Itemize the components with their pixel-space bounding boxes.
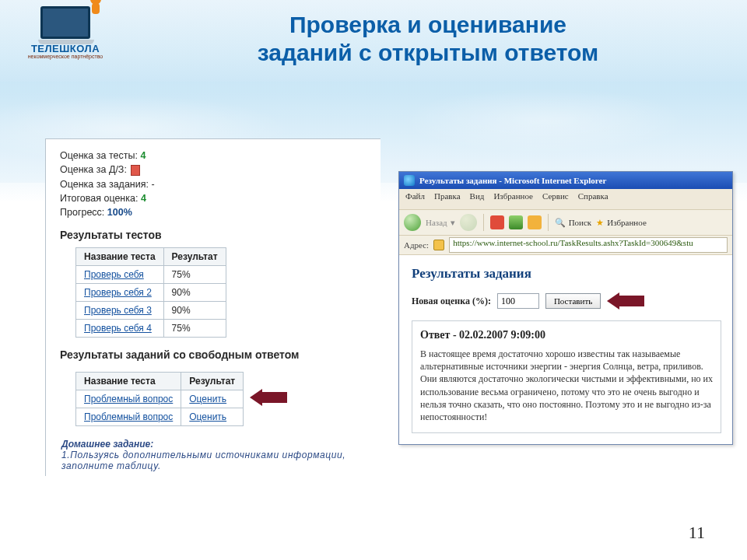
search-button[interactable]: 🔍Поиск bbox=[555, 218, 592, 228]
free-answer-table: Название теста Результат Проблемный вопр… bbox=[75, 372, 244, 426]
tasks-grade-value: - bbox=[151, 179, 154, 190]
pointer-arrow-icon bbox=[250, 389, 287, 406]
page-heading: Результаты задания bbox=[412, 266, 721, 282]
address-bar: Адрес: https://www.internet-school.ru/Ta… bbox=[399, 236, 732, 255]
test-link[interactable]: Проверь себя 2 bbox=[84, 287, 152, 298]
free-section-heading: Результаты заданий со свободным ответом bbox=[60, 348, 370, 361]
url-field[interactable]: https://www.internet-school.ru/TaskResul… bbox=[449, 237, 728, 253]
hw-grade: Оценка за Д/З: bbox=[60, 164, 370, 176]
home-icon[interactable] bbox=[528, 215, 542, 229]
window-title: Результаты задания - Microsoft Internet … bbox=[419, 176, 606, 185]
table-row: Проверь себя 475% bbox=[76, 319, 226, 337]
score-row: Новая оценка (%): Поставить bbox=[412, 292, 721, 310]
homework-text: 1.Пользуясь дополнительными источниками … bbox=[61, 450, 370, 471]
menu-view[interactable]: Вид bbox=[470, 191, 485, 207]
tool-bar: Назад ▾ 🔍Поиск ★Избранное bbox=[399, 210, 732, 236]
grade-link[interactable]: Оценить bbox=[189, 411, 226, 422]
separator bbox=[548, 214, 549, 231]
answer-heading: Ответ - 02.02.2007 9:09:00 bbox=[420, 329, 713, 341]
pointer-arrow-icon bbox=[607, 292, 644, 310]
title-line-1: Проверка и оценивание bbox=[289, 12, 566, 37]
homework-block: Домашнее задание: 1.Пользуясь дополнител… bbox=[61, 439, 370, 471]
grade-link[interactable]: Оценить bbox=[189, 394, 226, 404]
score-input[interactable] bbox=[497, 293, 539, 309]
search-label: Поиск bbox=[569, 218, 592, 227]
homework-label: Домашнее задание: bbox=[61, 439, 370, 450]
address-label: Адрес: bbox=[404, 240, 429, 250]
score-label: Новая оценка (%): bbox=[412, 296, 491, 307]
test-link[interactable]: Проверь себя 3 bbox=[84, 305, 152, 316]
lock-icon bbox=[433, 240, 444, 250]
result-cell: 75% bbox=[163, 265, 226, 283]
brand-subtitle: некоммерческое партнёрство bbox=[23, 54, 107, 59]
flag-icon bbox=[131, 165, 140, 176]
result-cell: 75% bbox=[163, 319, 226, 337]
chevron-down-icon: ▾ bbox=[451, 218, 455, 228]
grades-panel: Оценка за тесты: 4 Оценка за Д/З: Оценка… bbox=[45, 138, 381, 476]
laptop-icon bbox=[38, 6, 93, 42]
table-row: Проверь себя 390% bbox=[76, 301, 226, 319]
menu-service[interactable]: Сервис bbox=[542, 191, 569, 207]
forward-icon[interactable] bbox=[460, 214, 477, 231]
test-link[interactable]: Проверь себя 4 bbox=[84, 323, 152, 334]
tests-grade: Оценка за тесты: 4 bbox=[60, 150, 370, 161]
tests-grade-label: Оценка за тесты: bbox=[60, 150, 138, 161]
result-cell: 90% bbox=[163, 283, 226, 301]
back-button[interactable]: Назад ▾ bbox=[426, 218, 455, 228]
progress-value: 100% bbox=[107, 207, 132, 218]
brand-logo: ТЕЛЕШКОЛА некоммерческое партнёрство bbox=[23, 6, 107, 59]
tasks-grade: Оценка за задания: - bbox=[60, 179, 370, 190]
final-grade-value: 4 bbox=[141, 193, 146, 204]
task-link[interactable]: Проблемный вопрос bbox=[84, 394, 173, 404]
menu-help[interactable]: Справка bbox=[578, 191, 608, 207]
ie-window: Результаты задания - Microsoft Internet … bbox=[398, 171, 733, 445]
slide-title: Проверка и оценивание заданий с открытым… bbox=[156, 11, 700, 67]
col-test-name: Название теста bbox=[76, 372, 181, 390]
hw-grade-label: Оценка за Д/З: bbox=[60, 164, 127, 175]
table-row: Проверь себя 290% bbox=[76, 283, 226, 301]
table-row: Проверь себя75% bbox=[76, 265, 226, 283]
col-result: Результат bbox=[163, 247, 226, 265]
test-link[interactable]: Проверь себя bbox=[84, 269, 144, 280]
answer-text: В настоящее время достаточно хорошо изве… bbox=[420, 348, 713, 423]
refresh-icon[interactable] bbox=[509, 215, 523, 229]
menu-favorites[interactable]: Избранное bbox=[493, 191, 533, 207]
brand-name: ТЕЛЕШКОЛА bbox=[23, 44, 107, 54]
table-row: Проблемный вопрос Оценить bbox=[76, 390, 244, 408]
mascot-icon bbox=[88, 0, 103, 17]
table-row: Проблемный вопрос Оценить bbox=[76, 408, 244, 425]
result-cell: 90% bbox=[163, 301, 226, 319]
col-result: Результат bbox=[181, 372, 244, 390]
title-line-2: заданий с открытым ответом bbox=[258, 40, 598, 65]
answer-box: Ответ - 02.02.2007 9:09:00 В настоящее в… bbox=[412, 320, 721, 433]
submit-button[interactable]: Поставить bbox=[545, 293, 601, 309]
separator bbox=[483, 214, 484, 231]
menu-bar: Файл Правка Вид Избранное Сервис Справка bbox=[399, 189, 732, 210]
ie-icon bbox=[404, 175, 415, 186]
tests-section-heading: Результаты тестов bbox=[60, 229, 370, 241]
menu-edit[interactable]: Правка bbox=[434, 191, 461, 207]
back-icon[interactable] bbox=[404, 214, 421, 231]
task-link[interactable]: Проблемный вопрос bbox=[84, 411, 173, 422]
favorites-label: Избранное bbox=[607, 218, 647, 227]
stop-icon[interactable] bbox=[490, 215, 504, 229]
final-grade: Итоговая оценка: 4 bbox=[60, 193, 370, 204]
progress: Прогресс: 100% bbox=[60, 207, 370, 218]
tasks-grade-label: Оценка за задания: bbox=[60, 179, 149, 190]
menu-file[interactable]: Файл bbox=[405, 191, 425, 207]
back-label: Назад bbox=[426, 218, 447, 227]
col-test-name: Название теста bbox=[76, 247, 164, 265]
page-number: 11 bbox=[689, 523, 705, 543]
progress-label: Прогресс: bbox=[60, 207, 104, 218]
tests-table: Название теста Результат Проверь себя75%… bbox=[75, 247, 226, 338]
final-grade-label: Итоговая оценка: bbox=[60, 193, 138, 204]
favorites-button[interactable]: ★Избранное bbox=[596, 218, 647, 228]
title-bar[interactable]: Результаты задания - Microsoft Internet … bbox=[399, 172, 732, 189]
tests-grade-value: 4 bbox=[140, 150, 146, 161]
page-body: Результаты задания Новая оценка (%): Пос… bbox=[399, 255, 732, 444]
